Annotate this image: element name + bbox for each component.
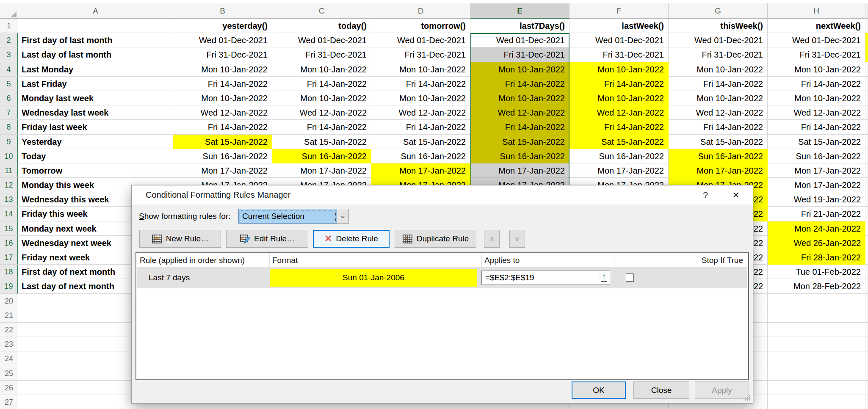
cell-H1[interactable]: nextWeek() [768,19,865,33]
row-header-7[interactable]: 7 [0,105,18,120]
row-header-23[interactable]: 23 [0,337,18,351]
cell-H23[interactable] [768,337,865,351]
delete-rule-button[interactable]: ✕ Delete Rule [313,230,390,248]
cell-H14[interactable]: Fri 21-Jan-2022 [768,207,865,221]
cell-G6[interactable]: Mon 10-Jan-2022 [669,91,768,105]
cell-F10[interactable]: Sun 16-Jan-2022 [569,149,669,163]
row-header-21[interactable]: 21 [0,308,18,323]
cell-C2[interactable]: Wed 01-Dec-2021 [272,33,371,47]
cell-A7[interactable]: Wednesday last week [18,105,173,120]
cell-I15[interactable] [865,221,868,236]
cell-H5[interactable]: Fri 14-Jan-2022 [768,77,865,91]
cell-G5[interactable]: Fri 14-Jan-2022 [669,77,768,91]
cell-F6[interactable]: Mon 10-Jan-2022 [569,91,669,105]
cell-G9[interactable]: Sat 15-Jan-2022 [669,135,768,149]
cell-B7[interactable]: Wed 12-Jan-2022 [173,105,272,120]
cell-H6[interactable]: Mon 10-Jan-2022 [768,91,865,105]
cell-B1[interactable]: yesterday() [173,19,272,33]
cell-C5[interactable]: Fri 14-Jan-2022 [272,77,371,91]
cell-D9[interactable]: Sat 15-Jan-2022 [371,135,470,149]
cell-B6[interactable]: Mon 10-Jan-2022 [173,91,272,105]
cell-H4[interactable]: Mon 10-Jan-2022 [768,62,865,77]
cell-H13[interactable]: Wed 19-Jan-2022 [768,192,865,207]
cell-I8[interactable] [865,120,868,135]
cell-I18[interactable] [865,265,868,279]
cell-E5[interactable]: Fri 14-Jan-2022 [470,77,569,91]
cell-H26[interactable] [768,381,865,395]
cell-A9[interactable]: Yesterday [18,135,173,149]
cell-A8[interactable]: Friday last week [18,120,173,135]
row-header-1[interactable]: 1 [0,19,18,33]
cell-F9[interactable]: Sat 15-Jan-2022 [569,135,669,149]
cell-H8[interactable]: Fri 14-Jan-2022 [768,120,865,135]
cell-H10[interactable]: Sun 16-Jan-2022 [768,149,865,163]
cell-F7[interactable]: Wed 12-Jan-2022 [569,105,669,120]
cell-I26[interactable] [865,381,868,395]
cell-B8[interactable]: Fri 14-Jan-2022 [173,120,272,135]
row-header-4[interactable]: 4 [0,62,18,77]
cell-I14[interactable] [865,207,868,221]
move-rule-up-button[interactable]: ∧ [484,230,500,248]
apply-button[interactable]: Apply [695,381,749,399]
cell-G10[interactable]: Sun 16-Jan-2022 [669,149,768,163]
cell-H7[interactable]: Wed 12-Jan-2022 [768,105,865,120]
row-header-16[interactable]: 16 [0,236,18,250]
new-rule-button[interactable]: New Rule… [139,230,221,248]
cell-E1[interactable]: last7Days() [470,19,569,33]
column-header-E[interactable]: E [470,3,569,19]
help-icon[interactable]: ? [697,185,714,204]
row-header-5[interactable]: 5 [0,77,18,91]
row-header-12[interactable]: 12 [0,178,18,192]
cell-I10[interactable] [865,149,868,163]
cell-I23[interactable] [865,337,868,351]
stop-if-true-checkbox[interactable] [626,274,634,282]
cell-D7[interactable]: Wed 12-Jan-2022 [371,105,470,120]
cell-A5[interactable]: Last Friday [18,77,173,91]
cell-G11[interactable]: Mon 17-Jan-2022 [669,163,768,178]
cell-I21[interactable] [865,308,868,323]
row-header-18[interactable]: 18 [0,265,18,279]
cell-H17[interactable]: Fri 28-Jan-2022 [768,250,865,265]
cell-I13[interactable] [865,192,868,207]
cell-I19[interactable] [865,279,868,294]
cell-B4[interactable]: Mon 10-Jan-2022 [173,62,272,77]
row-header-26[interactable]: 26 [0,381,18,395]
column-header-H[interactable]: H [768,3,865,19]
cell-D2[interactable]: Wed 01-Dec-2021 [371,33,470,47]
row-header-13[interactable]: 13 [0,192,18,207]
cell-E4[interactable]: Mon 10-Jan-2022 [470,62,569,77]
cell-F8[interactable]: Fri 14-Jan-2022 [569,120,669,135]
row-header-9[interactable]: 9 [0,135,18,149]
column-header-G[interactable]: G [669,3,768,19]
cell-I3[interactable] [865,47,868,62]
cell-H3[interactable]: Fri 31-Dec-2021 [768,47,865,62]
cell-D6[interactable]: Mon 10-Jan-2022 [371,91,470,105]
cell-C1[interactable]: today() [272,19,371,33]
cell-H20[interactable] [768,294,865,308]
cell-B9[interactable]: Sat 15-Jan-2022 [173,135,272,149]
scope-dropdown[interactable]: Current Selection ⌄ [238,209,349,224]
row-header-25[interactable]: 25 [0,366,18,381]
cell-I9[interactable] [865,135,868,149]
cell-I24[interactable] [865,351,868,366]
column-header-D[interactable]: D [371,3,470,19]
cell-E7[interactable]: Wed 12-Jan-2022 [470,105,569,120]
edit-rule-button[interactable]: Edit Rule… [226,230,308,248]
cell-I2[interactable] [865,33,868,47]
cell-D1[interactable]: tomorrow() [371,19,470,33]
applies-to-input[interactable]: =$E$2:$E$19 ↑ [481,271,610,285]
cell-H2[interactable]: Wed 01-Dec-2021 [768,33,865,47]
cell-A6[interactable]: Monday last week [18,91,173,105]
row-header-27[interactable]: 27 [0,395,18,409]
cell-F11[interactable]: Mon 17-Jan-2022 [569,163,669,178]
cell-F4[interactable]: Mon 10-Jan-2022 [569,62,669,77]
cell-B11[interactable]: Mon 17-Jan-2022 [173,163,272,178]
row-header-6[interactable]: 6 [0,91,18,105]
cell-G2[interactable]: Wed 01-Dec-2021 [669,33,768,47]
row-header-11[interactable]: 11 [0,163,18,178]
row-header-22[interactable]: 22 [0,323,18,337]
rule-row-last-7-days[interactable]: Last 7 days Sun 01-Jan-2006 =$E$2:$E$19 … [137,267,747,288]
row-header-17[interactable]: 17 [0,250,18,265]
row-header-8[interactable]: 8 [0,120,18,135]
cell-G4[interactable]: Mon 10-Jan-2022 [669,62,768,77]
